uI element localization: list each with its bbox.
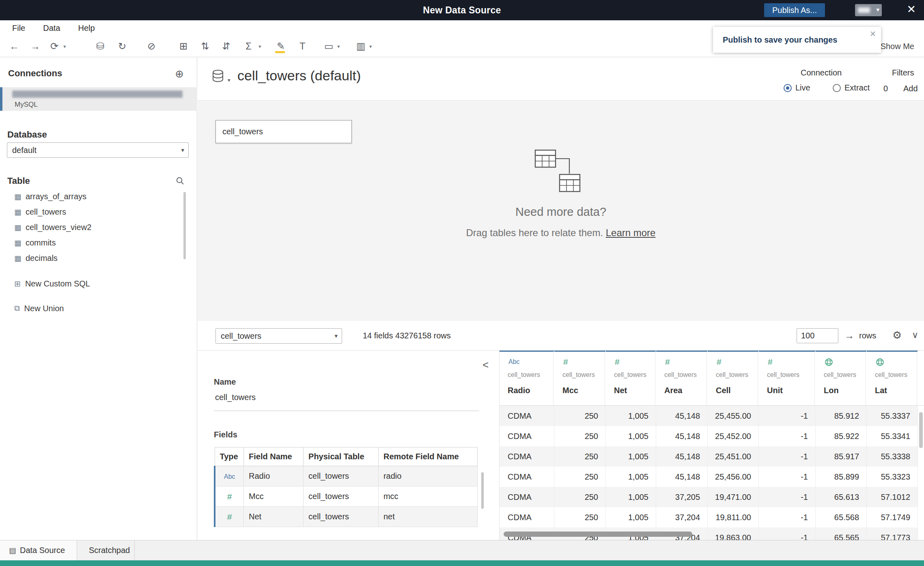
canvas-table-chip[interactable]: cell_towers [215, 120, 352, 143]
datasource-icon[interactable]: ▾ [211, 69, 230, 87]
redo-icon[interactable]: → [30, 41, 40, 51]
publish-as-button[interactable]: Publish As... [764, 3, 825, 17]
grid-column-header[interactable]: #cell_towersArea [656, 351, 708, 405]
fields-scrollbar[interactable] [481, 472, 484, 509]
grid-row[interactable]: CDMA2501,00537,20519,471.00-165.61357.10… [500, 487, 924, 507]
database-select[interactable]: default ▾ [7, 142, 189, 158]
tooltip-close-icon[interactable]: ✕ [870, 29, 876, 39]
grid-horizontal-scrollbar[interactable] [504, 532, 692, 537]
chevron-down-icon[interactable]: ▾ [63, 43, 66, 49]
grid-cell: 85.899 [816, 467, 867, 487]
view-data-icon[interactable]: ⊞ [179, 41, 187, 51]
user-avatar-menu[interactable]: ▾ [855, 4, 882, 16]
table-list-scrollbar[interactable] [183, 192, 186, 259]
preview-table-select[interactable]: cell_towers ▾ [215, 328, 342, 344]
grid-cell: -1 [759, 426, 816, 446]
row-count-input[interactable] [797, 328, 838, 343]
tab-data-source-label: Data Source [20, 546, 65, 555]
collapse-panel-icon[interactable]: < [482, 359, 489, 371]
radio-live[interactable]: Live [784, 83, 810, 93]
sort-descending-icon[interactable]: ⇵ [222, 41, 230, 51]
grid-row[interactable]: CDMA2501,00545,14825,456.00-185.89955.33… [500, 467, 924, 487]
pause-updates-icon[interactable]: ⊘ [147, 41, 155, 51]
table-list-item[interactable]: ▦commits [0, 235, 197, 250]
grid-column-header[interactable]: #cell_towersMcc [554, 351, 606, 405]
table-list-item[interactable]: ▦cell_towers [0, 204, 197, 220]
refresh-dropdown-icon[interactable]: ⟳ [50, 41, 58, 51]
grid-column-header[interactable]: #cell_towersNet [606, 351, 656, 405]
grid-cell: CDMA [500, 406, 554, 426]
show-me-button[interactable]: Show Me [881, 42, 914, 51]
gear-icon[interactable]: ⚙ [892, 329, 902, 342]
table-list-item[interactable]: ▦cell_towers_view2 [0, 220, 197, 235]
new-custom-sql-button[interactable]: ⊞ New Custom SQL [0, 275, 197, 292]
totals-icon[interactable]: Σ [246, 41, 252, 51]
grid-cell: 25,451.00 [708, 446, 759, 467]
grid-cell: 19,471.00 [708, 487, 759, 507]
apply-rows-icon[interactable]: → [844, 330, 854, 341]
grid-column-name: Area [664, 386, 682, 395]
new-data-source-icon[interactable]: ⛁ [96, 41, 104, 51]
fit-icon[interactable]: ▭ [324, 41, 334, 51]
grid-row[interactable]: CDMA2501,00537,20419,811.00-165.56857.17… [500, 507, 924, 527]
grid-column-name: Mcc [562, 386, 578, 395]
sidebar: Connections ⊕ MySQL Database default ▾ T… [0, 57, 197, 540]
radio-extract[interactable]: Extract [833, 83, 870, 93]
add-connection-icon[interactable]: ⊕ [175, 68, 184, 80]
fields-rows-summary: 14 fields 43276158 rows [363, 331, 451, 340]
tab-scratchpad[interactable]: Scratchpad [77, 540, 135, 560]
fields-table-row[interactable]: #Mcccell_towersmcc [215, 486, 478, 507]
grid-row[interactable]: CDMA2501,00545,14825,452.00-185.92255.33… [500, 426, 924, 446]
text-labels-icon[interactable]: T [299, 41, 306, 51]
refresh-data-source-icon[interactable]: ↻ [118, 41, 126, 51]
close-icon[interactable]: ✕ [907, 3, 916, 16]
new-custom-sql-label: New Custom SQL [25, 279, 90, 288]
fields-table-row[interactable]: AbcRadiocell_towersradio [215, 466, 478, 486]
number-type-icon: # [665, 357, 670, 366]
chevron-down-icon[interactable]: ▾ [258, 43, 261, 49]
name-value[interactable]: cell_towers [215, 393, 256, 402]
grid-column-header[interactable]: cell_towersLat [867, 351, 918, 405]
connections-heading: Connections [8, 68, 62, 79]
grid-column-header[interactable]: cell_towersLon [816, 351, 867, 405]
table-list-item-label: cell_towers [26, 207, 66, 217]
menu-file[interactable]: File [12, 24, 25, 33]
grid-vertical-scrollbar[interactable] [919, 412, 923, 448]
table-list-item[interactable]: ▦arrays_of_arrays [0, 189, 197, 204]
grid-column-header[interactable]: Abccell_towersRadio [500, 351, 554, 405]
collapse-grid-icon[interactable]: ∨ [912, 330, 918, 340]
undo-icon[interactable]: ← [9, 41, 19, 51]
grid-cell: 1,005 [606, 507, 656, 527]
grid-column-source: cell_towers [664, 371, 697, 379]
string-type-icon: Abc [224, 473, 235, 480]
new-union-button[interactable]: ⧉ New Union [0, 300, 197, 316]
show-chart-icon[interactable]: ▥ [356, 41, 366, 51]
filters-add-button[interactable]: Add [903, 84, 918, 93]
chevron-down-icon[interactable]: ▾ [369, 43, 372, 49]
grid-column-header[interactable]: #cell_towersCell [708, 351, 759, 405]
fields-table: TypeField NamePhysical TableRemote Field… [214, 447, 478, 527]
fields-table-row[interactable]: #Netcell_towersnet [215, 507, 478, 527]
chevron-down-icon[interactable]: ▾ [337, 43, 340, 49]
grid-row[interactable]: CDMA2501,00545,14825,451.00-185.91755.33… [500, 446, 924, 467]
fields-column-header: Remote Field Name [378, 448, 477, 466]
tab-data-source[interactable]: ▤ Data Source [0, 540, 77, 560]
menu-help[interactable]: Help [78, 24, 95, 33]
data-source-tab-icon: ▤ [9, 546, 16, 555]
grid-cell: 1,005 [606, 446, 656, 467]
connection-item[interactable]: MySQL [0, 87, 197, 111]
table-list: ▦arrays_of_arrays▦cell_towers▦cell_tower… [0, 189, 197, 266]
highlight-icon[interactable]: ✎ [277, 41, 285, 51]
learn-more-link[interactable]: Learn more [606, 227, 656, 238]
search-icon[interactable] [176, 176, 185, 185]
grid-column-header[interactable]: #cell_towersUnit [759, 351, 816, 405]
menu-data[interactable]: Data [43, 24, 60, 33]
fields-label: Fields [214, 430, 237, 439]
table-icon: ▦ [14, 238, 22, 247]
tab-scratchpad-label: Scratchpad [89, 546, 130, 555]
grid-row[interactable]: CDMA2501,00545,14825,455.00-185.91255.33… [500, 406, 924, 426]
sort-ascending-icon[interactable]: ⇅ [201, 41, 209, 51]
grid-column-source: cell_towers [508, 371, 540, 379]
grid-cell: 55.3341 [867, 426, 918, 446]
table-list-item[interactable]: ▦decimals [0, 250, 197, 266]
